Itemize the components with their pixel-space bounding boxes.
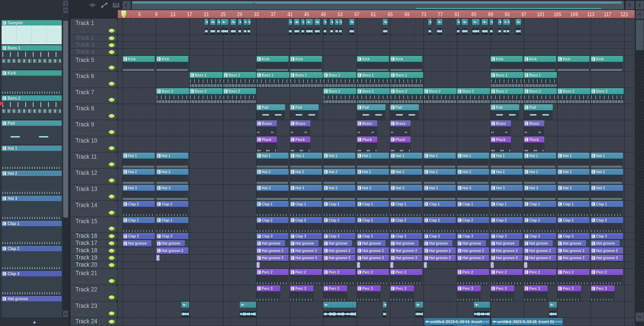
clip-audio[interactable] bbox=[490, 19, 493, 35]
clip-kick[interactable]: Kick bbox=[256, 56, 288, 71]
track-enable-led[interactable] bbox=[108, 234, 115, 239]
clip-clap-1[interactable]: Clap 1 bbox=[323, 201, 355, 217]
clip-hat-groove-2[interactable]: Hat groove 2 bbox=[424, 247, 456, 254]
clip-brass[interactable]: Brass bbox=[256, 120, 277, 136]
clip-clap-1[interactable]: Clap 1 bbox=[357, 201, 389, 217]
clip-hat-2[interactable]: Hat 2 bbox=[424, 169, 456, 184]
clip-audio[interactable] bbox=[516, 19, 521, 35]
clip-clap-3[interactable]: Clap 3 bbox=[256, 233, 288, 240]
clip-hat-2[interactable]: Hat 2 bbox=[123, 169, 155, 184]
clip-hat-3[interactable]: Hat 3 bbox=[156, 185, 188, 200]
clip-clap-3[interactable]: Clap 3 bbox=[424, 233, 456, 240]
clip-bass-2[interactable]: Bass 2 bbox=[190, 88, 222, 104]
clip-hat-groove[interactable]: Hat groove bbox=[290, 240, 319, 247]
clip-hat-groove-2[interactable]: Hat groove 2 bbox=[591, 247, 623, 254]
clip-bass-2[interactable]: Bass 2 bbox=[558, 88, 590, 104]
clip-hat-1[interactable]: Hat 1 bbox=[357, 153, 389, 168]
playlist-scrollbar-thumb[interactable] bbox=[636, 20, 644, 50]
clip-kick[interactable]: Kick bbox=[123, 56, 155, 71]
clip-tiny[interactable] bbox=[490, 262, 494, 268]
clip-bass-2[interactable]: Bass 2 bbox=[490, 88, 524, 104]
track-options[interactable]: ... bbox=[79, 65, 85, 71]
clip-kick[interactable]: Kick bbox=[390, 56, 422, 71]
clip-clap-3[interactable]: Clap 3 bbox=[490, 233, 522, 240]
track-header-23[interactable]: Track 23... bbox=[71, 302, 118, 317]
clip-audio[interactable] bbox=[506, 19, 510, 35]
clip-bass-1[interactable]: Bass 1 bbox=[524, 72, 557, 88]
clip-hat-3[interactable]: Hat 3 bbox=[524, 185, 556, 200]
clip-perc-3[interactable]: Perc 3 bbox=[256, 285, 280, 301]
track-enable-led[interactable] bbox=[108, 146, 115, 151]
clip-hat-1[interactable]: Hat 1 bbox=[256, 153, 288, 168]
clip-hat-3[interactable]: Hat 3 bbox=[256, 185, 288, 200]
clip-perc-3[interactable]: Perc 3 bbox=[490, 285, 514, 301]
clip-hat-3[interactable]: Hat 3 bbox=[591, 185, 623, 200]
clip-audio[interactable] bbox=[415, 302, 423, 317]
clip-untitled-2023-0-59-16-insert[interactable]: untitled_2023-0..59-16_Insert bbox=[424, 318, 490, 325]
clip-hat-3[interactable]: Hat 3 bbox=[357, 185, 389, 200]
pattern-card-pad[interactable]: Pad bbox=[2, 120, 62, 145]
clip-audio[interactable] bbox=[339, 19, 342, 35]
clip-clap-2[interactable]: Clap 2 bbox=[357, 217, 389, 232]
clip-clap-2[interactable]: Clap 2 bbox=[490, 217, 522, 232]
clip-clap-1[interactable]: Clap 1 bbox=[123, 217, 155, 232]
clip-clap-3[interactable]: Clap 3 bbox=[156, 233, 188, 240]
clip-audio[interactable] bbox=[210, 19, 216, 35]
clip-hat-groove[interactable]: Hat groove bbox=[357, 240, 386, 247]
clip-hat-groove-3[interactable]: Hat groove 3 bbox=[256, 255, 288, 261]
clip-hat-3[interactable]: Hat 3 bbox=[390, 185, 422, 200]
clip-untitled-2023-0-59-16-insert-21[interactable]: untitled_2023-0..59-16_Insert 21 bbox=[491, 318, 563, 325]
pattern-card-clap-3[interactable]: Clap 3 bbox=[2, 271, 62, 295]
track-options[interactable]: ... bbox=[79, 113, 85, 119]
clip-pad[interactable]: Pad bbox=[256, 104, 285, 120]
track-options[interactable]: ... bbox=[79, 294, 85, 300]
track-options[interactable]: ... bbox=[79, 28, 85, 34]
clip-hat-groove[interactable]: Hat groove bbox=[323, 240, 352, 247]
clip-clap-3[interactable]: Clap 3 bbox=[390, 233, 422, 240]
track-enable-led[interactable] bbox=[108, 28, 115, 33]
track-header-18[interactable]: Track 18 bbox=[71, 247, 118, 254]
clip-tiny[interactable] bbox=[256, 262, 260, 268]
scroll-right-button[interactable] bbox=[626, 1, 634, 10]
clip-audio[interactable] bbox=[217, 19, 220, 35]
clip-bass-2[interactable]: Bass 2 bbox=[524, 88, 557, 104]
track-enable-led[interactable] bbox=[108, 178, 115, 183]
clip-hat-3[interactable]: Hat 3 bbox=[424, 185, 456, 200]
playlist-minimap-scrollbar[interactable] bbox=[132, 1, 624, 10]
track-options[interactable]: ... bbox=[79, 81, 85, 87]
clip-clap-2[interactable]: Clap 2 bbox=[123, 201, 155, 217]
track-header-16[interactable]: Track 16 bbox=[71, 233, 118, 240]
clip-clap-2[interactable]: Clap 2 bbox=[290, 217, 322, 232]
clip-hat-groove-3[interactable]: Hat groove 3 bbox=[591, 255, 623, 261]
clip-hat-2[interactable]: Hat 2 bbox=[390, 169, 422, 184]
track-options[interactable]: ... bbox=[79, 97, 85, 103]
track-header-24[interactable]: Track 24 bbox=[71, 318, 118, 325]
view-piano-roll-icon[interactable] bbox=[112, 2, 120, 8]
track-enable-led[interactable] bbox=[108, 162, 115, 167]
clip-tiny[interactable] bbox=[524, 262, 527, 268]
clip-audio[interactable] bbox=[383, 302, 386, 317]
clip-pluck[interactable]: Pluck bbox=[357, 136, 377, 152]
clip-clap-2[interactable]: Clap 2 bbox=[457, 217, 489, 232]
clip-audio[interactable] bbox=[294, 19, 300, 35]
clip-perc-2[interactable]: Perc 2 bbox=[558, 269, 590, 285]
clip-hat-groove-3[interactable]: Hat groove 3 bbox=[457, 255, 489, 261]
track-enable-led[interactable] bbox=[108, 241, 115, 246]
playlist-scroll-up-button[interactable] bbox=[636, 10, 644, 19]
clip-clap-3[interactable]: Clap 3 bbox=[558, 233, 590, 240]
clip-clap-1[interactable]: Clap 1 bbox=[424, 201, 456, 217]
clip-pad[interactable]: Pad bbox=[524, 104, 552, 120]
clip-clap-1[interactable]: Clap 1 bbox=[490, 201, 522, 217]
view-automation-link-icon[interactable] bbox=[100, 2, 108, 8]
clip-hat-2[interactable]: Hat 2 bbox=[156, 169, 188, 184]
track-enable-led[interactable] bbox=[108, 226, 115, 231]
playlist-vertical-scrollbar[interactable] bbox=[636, 10, 644, 326]
clip-clap-1[interactable]: Clap 1 bbox=[591, 201, 623, 217]
track-options[interactable]: ... bbox=[79, 145, 85, 151]
pattern-scroll-up-button[interactable] bbox=[63, 7, 68, 14]
track-enable-led[interactable] bbox=[108, 311, 115, 316]
clip-hat-1[interactable]: Hat 1 bbox=[390, 153, 422, 168]
track-options[interactable]: ... bbox=[79, 310, 85, 316]
clip-perc-3[interactable]: Perc 3 bbox=[524, 285, 548, 301]
clip-hat-groove-2[interactable]: Hat groove 2 bbox=[256, 247, 288, 254]
